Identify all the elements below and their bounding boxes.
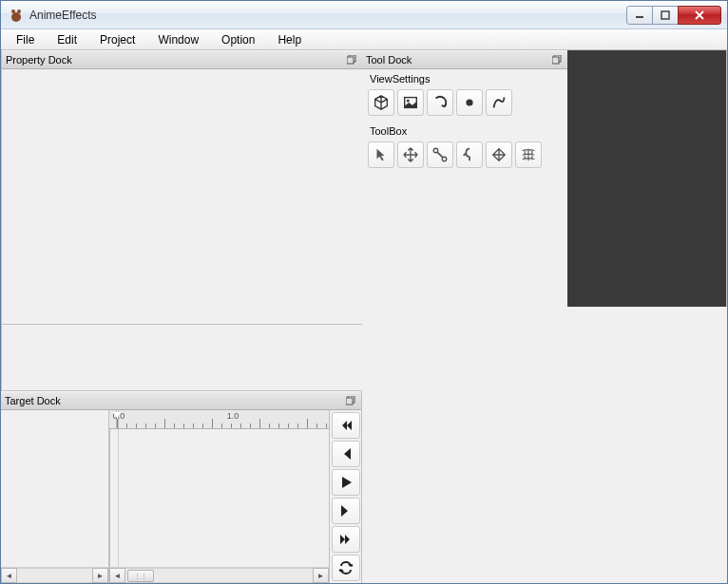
scroll-right-icon[interactable]: ►	[92, 568, 108, 583]
scroll-track[interactable]: ⋮⋮	[125, 568, 313, 583]
target-dock-title: Target Dock	[5, 395, 61, 406]
goto-start-icon[interactable]	[332, 412, 360, 439]
step-back-icon[interactable]	[332, 441, 360, 467]
loop-icon[interactable]	[332, 555, 360, 581]
mesh-grid-icon[interactable]	[515, 141, 542, 168]
close-button[interactable]	[678, 6, 721, 25]
content-area: Tool Dock ViewSettings ToolBox	[1, 50, 727, 583]
menu-option[interactable]: Option	[210, 30, 266, 49]
pose-icon[interactable]	[456, 141, 483, 168]
play-icon[interactable]	[332, 469, 360, 496]
maximize-button[interactable]	[652, 6, 679, 25]
target-dock-header[interactable]: Target Dock	[1, 391, 361, 410]
mesh-sharp-icon[interactable]	[486, 141, 512, 168]
menu-help[interactable]: Help	[266, 30, 313, 49]
svg-point-9	[466, 99, 472, 105]
app-icon	[9, 8, 24, 23]
curve-icon[interactable]	[486, 89, 512, 116]
image-icon[interactable]	[397, 89, 424, 116]
target-dock: Target Dock ◄ ► 0.0	[1, 390, 362, 583]
playback-controls	[329, 410, 361, 583]
menu-project[interactable]: Project	[88, 30, 146, 49]
property-body	[2, 69, 362, 324]
timeline-ruler[interactable]: 0.0 1.0	[109, 410, 329, 429]
timeline-body[interactable]	[109, 429, 329, 567]
main-window: AnimeEffects File Edit Project Window Op…	[0, 0, 728, 584]
window-title: AnimeEffects	[29, 9, 96, 22]
scroll-right-icon[interactable]: ►	[313, 568, 329, 583]
svg-point-2	[17, 9, 21, 13]
toolbox-label: ToolBox	[362, 122, 567, 139]
menu-edit[interactable]: Edit	[46, 30, 88, 49]
scroll-left-icon[interactable]: ◄	[1, 568, 17, 583]
timeline-hscroll[interactable]: ◄ ⋮⋮ ►	[109, 567, 329, 583]
property-bottom-panel	[2, 324, 362, 390]
move-icon[interactable]	[397, 141, 424, 168]
tick-label: 1.0	[227, 411, 239, 421]
step-forward-icon[interactable]	[332, 498, 360, 524]
scroll-track[interactable]	[17, 568, 92, 583]
svg-point-8	[407, 100, 410, 103]
float-icon[interactable]	[550, 53, 564, 66]
svg-rect-4	[661, 11, 669, 19]
scroll-thumb[interactable]: ⋮⋮	[127, 570, 154, 582]
svg-rect-3	[636, 16, 643, 18]
tree-content[interactable]	[1, 410, 108, 567]
svg-point-11	[442, 157, 447, 161]
bone-icon[interactable]	[427, 141, 453, 168]
toolbox-row	[362, 139, 567, 174]
svg-point-0	[11, 12, 21, 22]
goto-end-icon[interactable]	[332, 526, 360, 553]
titlebar: AnimeEffects	[1, 1, 727, 29]
target-tree: ◄ ►	[1, 410, 109, 583]
svg-rect-13	[347, 57, 354, 64]
cursor-icon[interactable]	[368, 141, 394, 168]
timeline: 0.0 1.0 ◄ ⋮⋮ ►	[109, 410, 329, 583]
viewsettings-label: ViewSettings	[362, 69, 567, 86]
property-dock-header[interactable]: Property Dock	[2, 50, 362, 69]
upper-left: Tool Dock ViewSettings ToolBox	[362, 50, 727, 307]
float-icon[interactable]	[345, 53, 358, 66]
dot-icon[interactable]	[456, 89, 483, 116]
window-controls	[627, 6, 721, 25]
canvas-viewport[interactable]	[567, 50, 726, 307]
tool-dock-header[interactable]: Tool Dock	[362, 50, 567, 69]
property-dock: Property Dock	[1, 50, 362, 390]
float-icon[interactable]	[344, 394, 357, 407]
menubar: File Edit Project Window Option Help	[1, 29, 727, 50]
svg-rect-6	[552, 57, 559, 64]
cube-icon[interactable]	[368, 89, 394, 116]
minimize-button[interactable]	[626, 6, 653, 25]
menu-file[interactable]: File	[5, 30, 46, 49]
svg-point-1	[11, 9, 15, 13]
viewsettings-row	[362, 86, 567, 122]
svg-point-10	[433, 148, 438, 153]
tree-hscroll[interactable]: ◄ ►	[1, 567, 108, 583]
tool-dock-title: Tool Dock	[366, 54, 412, 66]
target-body: ◄ ► 0.0 1.0 ◄	[1, 410, 361, 583]
property-dock-title: Property Dock	[6, 54, 72, 66]
rotate-icon[interactable]	[427, 89, 453, 116]
menu-window[interactable]: Window	[146, 30, 210, 49]
scroll-left-icon[interactable]: ◄	[109, 568, 125, 583]
tool-dock: Tool Dock ViewSettings ToolBox	[362, 50, 567, 307]
svg-rect-15	[346, 398, 353, 405]
